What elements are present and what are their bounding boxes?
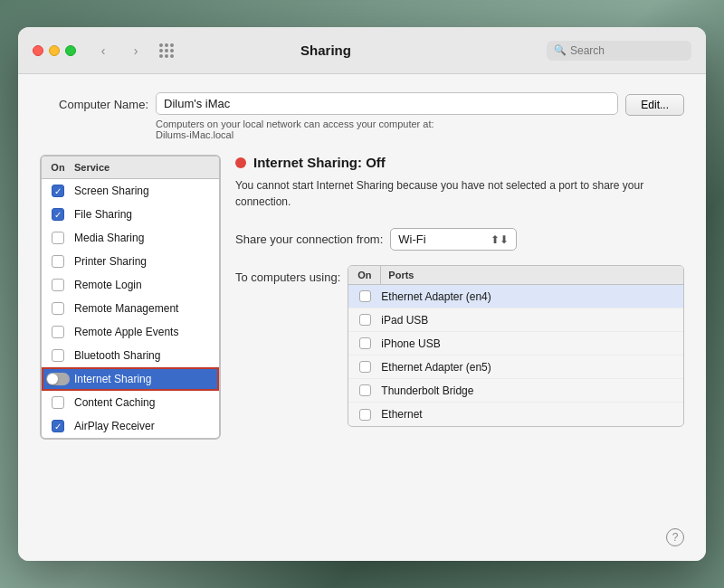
thunderbolt-bridge-cb[interactable] [359, 384, 371, 396]
search-icon: 🔍 [554, 44, 567, 56]
window-title: Sharing [185, 43, 467, 58]
sidebar-item-remote-apple-events[interactable]: Remote Apple Events [42, 320, 219, 344]
internet-sharing-toggle[interactable] [46, 373, 70, 385]
sharing-window: ‹ › Sharing 🔍 Computer Name: Computers o… [18, 27, 706, 561]
sidebar-item-file-sharing[interactable]: File Sharing [42, 203, 219, 226]
ethernet-en4-cb[interactable] [359, 290, 371, 302]
iphone-usb-checkbox-cell[interactable] [348, 337, 381, 349]
file-sharing-cb[interactable] [52, 208, 64, 221]
port-row-ethernet-en5[interactable]: Ethernet Adapter (en5) [348, 356, 683, 379]
computer-name-section: Computer Name: Computers on your local n… [40, 92, 684, 140]
bluetooth-sharing-checkbox[interactable] [42, 349, 74, 362]
sidebar-item-bluetooth-sharing[interactable]: Bluetooth Sharing [42, 344, 219, 367]
ports-header-ports: Ports [381, 266, 683, 284]
airplay-receiver-cb[interactable] [52, 420, 64, 432]
minimize-button[interactable] [49, 45, 60, 56]
forward-button[interactable]: › [123, 38, 148, 63]
ports-header: On Ports [348, 266, 683, 285]
sidebar-item-printer-sharing[interactable]: Printer Sharing [42, 250, 219, 273]
port-row-thunderbolt-bridge[interactable]: Thunderbolt Bridge [348, 379, 683, 403]
to-computers-label: To computers using: [235, 265, 340, 284]
computer-name-input[interactable] [156, 92, 618, 115]
ethernet-label: Ethernet [381, 408, 683, 421]
to-computers-row: To computers using: On Ports Ethernet Ad… [235, 265, 684, 427]
remote-login-label: Remote Login [74, 279, 219, 291]
ipad-usb-checkbox-cell[interactable] [348, 314, 381, 326]
search-input[interactable] [570, 44, 684, 57]
help-button[interactable]: ? [666, 528, 684, 546]
ports-header-on: On [348, 266, 381, 284]
sidebar-item-remote-login[interactable]: Remote Login [42, 273, 219, 297]
iphone-usb-cb[interactable] [359, 337, 371, 349]
sidebar-item-media-sharing[interactable]: Media Sharing [42, 226, 219, 250]
remote-apple-events-cb[interactable] [52, 326, 64, 338]
printer-sharing-cb[interactable] [52, 255, 64, 268]
remote-management-label: Remote Management [74, 302, 219, 315]
remote-apple-events-checkbox[interactable] [42, 326, 74, 338]
computer-name-sub: Computers on your local network can acce… [156, 119, 618, 140]
airplay-receiver-label: AirPlay Receiver [74, 420, 219, 432]
remote-management-checkbox[interactable] [42, 302, 74, 315]
port-row-ethernet[interactable]: Ethernet [348, 403, 683, 426]
thunderbolt-bridge-label: Thunderbolt Bridge [381, 384, 683, 397]
remote-login-checkbox[interactable] [42, 279, 74, 291]
chevron-updown-icon: ⬆⬇ [491, 233, 509, 246]
remote-management-cb[interactable] [52, 302, 64, 315]
ethernet-en4-checkbox-cell[interactable] [348, 290, 381, 302]
computer-name-right: Computers on your local network can acce… [156, 92, 618, 140]
edit-button[interactable]: Edit... [625, 94, 684, 116]
service-list: Screen Sharing File Sharing Media Sharin… [42, 179, 219, 438]
ethernet-en5-checkbox-cell[interactable] [348, 361, 381, 373]
content-caching-cb[interactable] [52, 396, 64, 409]
ethernet-en5-cb[interactable] [359, 361, 371, 373]
titlebar: ‹ › Sharing 🔍 [18, 27, 706, 74]
ipad-usb-cb[interactable] [359, 314, 371, 326]
screen-sharing-cb[interactable] [52, 185, 64, 197]
remote-apple-events-label: Remote Apple Events [74, 326, 219, 338]
port-row-ethernet-en4[interactable]: Ethernet Adapter (en4) [348, 285, 683, 308]
media-sharing-cb[interactable] [52, 232, 64, 244]
service-header-on: On [42, 160, 74, 175]
sidebar-item-airplay-receiver[interactable]: AirPlay Receiver [42, 414, 219, 438]
app-grid-icon[interactable] [159, 43, 174, 58]
content-area: Computer Name: Computers on your local n… [18, 74, 706, 561]
internet-sharing-toggle-cell[interactable] [42, 373, 74, 385]
port-row-ipad-usb[interactable]: iPad USB [348, 308, 683, 332]
screen-sharing-checkbox[interactable] [42, 185, 74, 197]
share-from-label: Share your connection from: [235, 232, 383, 246]
service-header: On Service [42, 156, 219, 179]
printer-sharing-checkbox[interactable] [42, 255, 74, 268]
airplay-receiver-checkbox[interactable] [42, 420, 74, 432]
file-sharing-label: File Sharing [74, 208, 219, 221]
search-box[interactable]: 🔍 [547, 41, 691, 61]
back-button[interactable]: ‹ [90, 38, 116, 63]
port-row-iphone-usb[interactable]: iPhone USB [348, 332, 683, 356]
file-sharing-checkbox[interactable] [42, 208, 74, 221]
content-caching-checkbox[interactable] [42, 396, 74, 409]
ethernet-checkbox-cell[interactable] [348, 409, 381, 421]
service-header-service: Service [74, 160, 219, 175]
remote-login-cb[interactable] [52, 279, 64, 291]
share-from-dropdown[interactable]: Wi-Fi ⬆⬇ [390, 228, 517, 251]
sidebar-item-internet-sharing[interactable]: Internet Sharing [42, 367, 219, 391]
printer-sharing-label: Printer Sharing [74, 255, 219, 268]
computer-name-label: Computer Name: [40, 92, 148, 111]
ethernet-en5-label: Ethernet Adapter (en5) [381, 361, 683, 374]
traffic-lights [33, 45, 76, 56]
internet-sharing-title: Internet Sharing: Off [235, 155, 684, 170]
fullscreen-button[interactable] [65, 45, 76, 56]
media-sharing-checkbox[interactable] [42, 232, 74, 244]
bluetooth-sharing-cb[interactable] [52, 349, 64, 362]
ethernet-cb[interactable] [359, 409, 371, 421]
sidebar-item-remote-management[interactable]: Remote Management [42, 297, 219, 320]
sidebar-item-screen-sharing[interactable]: Screen Sharing [42, 179, 219, 203]
status-dot-red [235, 157, 246, 168]
right-panel: Internet Sharing: Off You cannot start I… [235, 155, 684, 440]
content-caching-label: Content Caching [74, 396, 219, 409]
close-button[interactable] [33, 45, 43, 56]
media-sharing-label: Media Sharing [74, 232, 219, 244]
sidebar-item-content-caching[interactable]: Content Caching [42, 391, 219, 414]
thunderbolt-bridge-checkbox-cell[interactable] [348, 384, 381, 396]
share-from-value: Wi-Fi [398, 232, 483, 246]
share-from-row: Share your connection from: Wi-Fi ⬆⬇ [235, 228, 684, 251]
